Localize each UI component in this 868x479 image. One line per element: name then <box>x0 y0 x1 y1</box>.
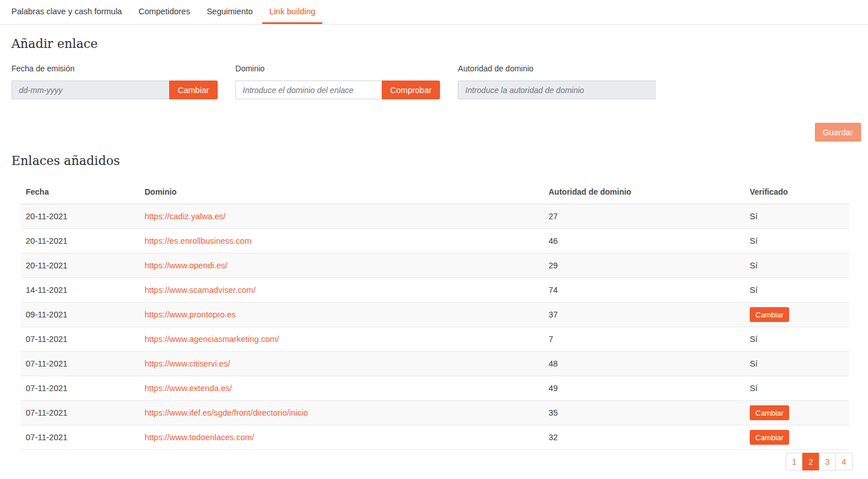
comprobar-button[interactable]: Comprobar <box>382 80 441 99</box>
column-header-dominio: Dominio <box>145 179 549 204</box>
fecha-emision-label: Fecha de emisión <box>11 64 218 73</box>
row-autoridad: 35 <box>549 401 750 425</box>
row-dominio-cell: https://www.todoenlaces.com/ <box>145 425 549 450</box>
column-header-fecha: Fecha <box>21 179 145 204</box>
field-dominio: Dominio Comprobar <box>235 64 441 99</box>
row-autoridad: 37 <box>549 303 750 327</box>
row-fecha: 14-11-2021 <box>21 278 145 303</box>
cambiar-row-button[interactable]: Cambiar <box>750 307 789 322</box>
row-dominio-cell: https://es.enrollbusiness.com <box>145 229 549 253</box>
row-dominio-cell: https://www.prontopro.es <box>145 303 549 327</box>
row-autoridad: 74 <box>549 278 750 303</box>
pagination-page-1[interactable]: 1 <box>786 453 803 470</box>
verified-label: Sí <box>750 212 758 221</box>
domain-link[interactable]: https://www.todoenlaces.com/ <box>145 433 254 442</box>
table-row: 09-11-2021 https://www.prontopro.es 37 C… <box>21 303 849 327</box>
add-link-title: Añadir enlace <box>11 37 857 51</box>
pagination-page-3[interactable]: 3 <box>819 453 836 470</box>
row-fecha: 09-11-2021 <box>21 303 145 327</box>
row-fecha: 07-11-2021 <box>21 327 145 352</box>
field-autoridad-dominio: Autoridad de dominio <box>458 64 656 99</box>
autoridad-dominio-input[interactable] <box>458 80 656 99</box>
autoridad-dominio-label: Autoridad de dominio <box>458 64 656 73</box>
domain-link[interactable]: https://es.enrollbusiness.com <box>145 236 251 245</box>
tab-link-building[interactable]: Link building <box>262 0 322 24</box>
verified-label: Sí <box>750 236 758 245</box>
domain-link[interactable]: https://www.prontopro.es <box>145 310 236 319</box>
domain-link[interactable]: https://www.citiservi.es/ <box>145 359 230 368</box>
table-row: 07-11-2021 https://www.todoenlaces.com/ … <box>21 425 849 450</box>
domain-link[interactable]: https://cadiz.yalwa.es/ <box>145 212 226 221</box>
added-links-title: Enlaces añadidos <box>11 154 857 168</box>
verified-label: Sí <box>750 359 758 368</box>
table-row: 07-11-2021 https://www.citiservi.es/ 48 … <box>21 352 849 376</box>
links-table-body: 20-11-2021 https://cadiz.yalwa.es/ 27 Sí… <box>21 204 849 450</box>
table-header-row: Fecha Dominio Autoridad de dominio Verif… <box>21 179 849 204</box>
column-header-autoridad: Autoridad de dominio <box>549 179 750 204</box>
row-autoridad: 27 <box>549 204 750 229</box>
row-autoridad: 32 <box>549 425 750 450</box>
table-row: 20-11-2021 https://es.enrollbusiness.com… <box>21 229 849 253</box>
row-dominio-cell: https://www.agenciasmarketing.com/ <box>145 327 549 352</box>
table-row: 07-11-2021 https://www.agenciasmarketing… <box>21 327 849 352</box>
verified-label: Sí <box>750 335 758 344</box>
row-fecha: 20-11-2021 <box>21 253 145 278</box>
row-dominio-cell: https://www.citiservi.es/ <box>145 352 549 376</box>
tab-competidores[interactable]: Competidores <box>131 0 197 24</box>
cambiar-row-button[interactable]: Cambiar <box>750 405 789 420</box>
tab-bar: Palabras clave y cash formulaCompetidore… <box>0 0 868 25</box>
row-verificado-cell: Sí <box>750 327 849 352</box>
pagination-page-2[interactable]: 2 <box>802 453 819 470</box>
verified-label: Sí <box>750 285 758 295</box>
row-dominio-cell: https://www.opendi.es/ <box>145 253 549 278</box>
tab-seguimiento[interactable]: Seguimiento <box>200 0 260 24</box>
guardar-button[interactable]: Guardar <box>815 123 861 142</box>
domain-link[interactable]: https://www.scamadviser.com/ <box>145 285 255 295</box>
row-fecha: 20-11-2021 <box>21 229 145 253</box>
table-row: 20-11-2021 https://cadiz.yalwa.es/ 27 Sí <box>21 204 849 229</box>
row-verificado-cell: Cambiar <box>750 303 849 327</box>
row-fecha: 07-11-2021 <box>21 352 145 376</box>
cambiar-row-button[interactable]: Cambiar <box>750 430 789 445</box>
fecha-emision-input[interactable] <box>11 80 169 99</box>
row-autoridad: 7 <box>549 327 750 352</box>
table-row: 07-11-2021 https://www.extenda.es/ 49 Sí <box>21 376 849 401</box>
row-dominio-cell: https://www.ifef.es/sgde/front/directori… <box>145 401 549 425</box>
pagination: 1234 <box>11 453 853 470</box>
row-verificado-cell: Cambiar <box>750 425 849 450</box>
added-links-table-wrap: Fecha Dominio Autoridad de dominio Verif… <box>21 179 849 450</box>
domain-link[interactable]: https://www.opendi.es/ <box>145 261 227 270</box>
tab-palabras-clave-y-cash-formula[interactable]: Palabras clave y cash formula <box>5 0 129 24</box>
row-verificado-cell: Sí <box>750 278 849 303</box>
dominio-label: Dominio <box>235 64 441 73</box>
row-verificado-cell: Sí <box>750 229 849 253</box>
domain-link[interactable]: https://www.ifef.es/sgde/front/directori… <box>145 408 308 417</box>
verified-label: Sí <box>750 261 758 270</box>
domain-link[interactable]: https://www.extenda.es/ <box>145 384 232 393</box>
row-fecha: 07-11-2021 <box>21 401 145 425</box>
row-verificado-cell: Sí <box>750 204 849 229</box>
row-verificado-cell: Sí <box>750 253 849 278</box>
row-fecha: 07-11-2021 <box>21 376 145 401</box>
row-verificado-cell: Sí <box>750 352 849 376</box>
row-verificado-cell: Sí <box>750 376 849 401</box>
domain-link[interactable]: https://www.agenciasmarketing.com/ <box>145 335 279 344</box>
row-autoridad: 46 <box>549 229 750 253</box>
row-autoridad: 48 <box>549 352 750 376</box>
cambiar-fecha-button[interactable]: Cambiar <box>169 80 218 99</box>
row-autoridad: 29 <box>549 253 750 278</box>
dominio-input[interactable] <box>235 80 382 99</box>
pagination-page-4[interactable]: 4 <box>835 453 853 470</box>
row-dominio-cell: https://www.scamadviser.com/ <box>145 278 549 303</box>
table-row: 07-11-2021 https://www.ifef.es/sgde/fron… <box>21 401 849 425</box>
row-dominio-cell: https://cadiz.yalwa.es/ <box>145 204 549 229</box>
verified-label: Sí <box>750 384 758 393</box>
add-link-form: Fecha de emisión Cambiar Dominio Comprob… <box>11 64 857 99</box>
table-row: 14-11-2021 https://www.scamadviser.com/ … <box>21 278 849 303</box>
column-header-verificado: Verificado <box>750 179 849 204</box>
added-links-table: Fecha Dominio Autoridad de dominio Verif… <box>21 179 849 450</box>
row-fecha: 07-11-2021 <box>21 425 145 450</box>
row-dominio-cell: https://www.extenda.es/ <box>145 376 549 401</box>
link-building-panel: Añadir enlace Fecha de emisión Cambiar D… <box>0 37 868 470</box>
table-row: 20-11-2021 https://www.opendi.es/ 29 Sí <box>21 253 849 278</box>
